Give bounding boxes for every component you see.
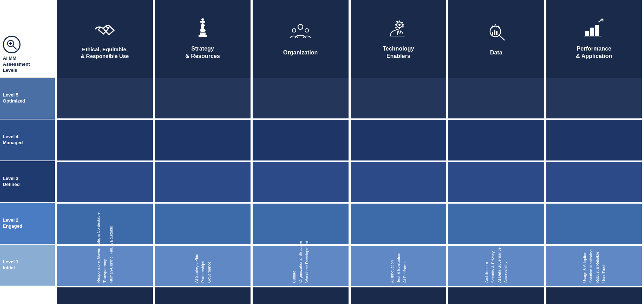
col-title-strategy: Strategy& Resources [185,45,220,60]
col-title-data: Data [490,49,502,57]
items-technology: AI Innovation Test & Evaluation AI Platf… [351,78,447,286]
item-data-1: Architecture [484,262,489,283]
item-ethical-3: Human-Centric, Fair, & Equitable [109,226,113,283]
item-perf-2: Solution Monitoring [589,250,593,283]
svg-rect-24 [395,27,397,29]
items-ethical: Responsible, Governable, & Contestable T… [57,78,153,286]
col-title-ethical: Ethical, Equitable, & Responsible Use [81,46,129,60]
svg-rect-31 [585,31,589,36]
level-label-3: Level 3Defined [3,176,20,188]
item-strategy-1: AI Strategic Plan [194,254,199,283]
column-strategy: Strategy& Resources AI Strategic Plan Pa [153,0,251,304]
col-footer-technology [351,286,447,304]
col-footer-data [448,286,544,304]
col-footer-ethical [57,286,153,304]
sidebar-header: AI MM Assessment Levels [0,0,55,78]
svg-point-12 [201,18,204,21]
level-row-1: Level 1Initial [0,245,55,286]
logo-icon [3,36,21,53]
column-organization: Organization Culture Organizational Stru [251,0,349,304]
col-content-strategy: AI Strategic Plan Partnerships Governanc… [155,78,251,286]
item-org-3: Workforce Development [305,241,309,283]
item-ethical-1: Responsible, Governable, & Contestable [96,212,100,283]
items-data: Architecture Security & Privacy AI Data … [448,78,544,286]
col-header-performance: Performance& Application [546,0,642,78]
strategy-icon [192,18,213,42]
item-org-1: Culture [292,270,296,283]
item-perf-4: User Trust [602,265,606,283]
svg-rect-33 [595,25,599,36]
col-header-organization: Organization [253,0,349,78]
svg-line-1 [13,46,16,49]
item-org-2: Organizational Structure [298,241,303,283]
svg-point-17 [398,24,401,26]
col-content-performance: Usage & Adoption Solution Monitoring Rob… [546,78,642,286]
col-footer-strategy [155,286,251,304]
col-footer-organization [253,286,349,304]
svg-point-14 [292,29,296,32]
item-tech-2: Test & Evaluation [396,253,401,283]
col-title-performance: Performance& Application [576,45,612,60]
sidebar-footer [0,286,55,304]
item-perf-3: Robust & Reliable [595,252,599,283]
col-title-technology: TechnologyEnablers [383,45,414,60]
items-performance: Usage & Adoption Solution Monitoring Rob… [546,78,642,286]
column-ethical: Ethical, Equitable, & Responsible Use Re… [55,0,153,304]
svg-rect-4 [199,35,207,37]
item-strategy-2: Partnerships [201,261,205,283]
svg-rect-28 [492,32,493,35]
svg-rect-21 [402,24,404,25]
col-header-data: Data [448,0,544,78]
technology-icon [387,18,410,42]
svg-rect-32 [590,28,594,36]
col-title-organization: Organization [283,49,318,57]
performance-icon [582,18,605,42]
item-tech-1: AI Innovation [390,260,394,283]
svg-rect-23 [401,22,403,24]
svg-point-13 [298,24,303,29]
level-rows: Level 5Optimized Level 4Managed Level 3D… [0,78,55,286]
level-row-3: Level 3Defined [0,161,55,203]
data-icon [485,22,508,46]
item-strategy-3: Governance [207,262,211,283]
column-performance: Performance& Application Usage & Adoptio… [544,0,644,304]
col-content-organization: Culture Organizational Structure Workfor… [253,78,349,286]
svg-point-15 [305,29,309,32]
item-data-3: AI Data Governance [497,247,501,283]
level-label-2: Level 2Engaged [3,217,22,229]
level-row-5: Level 5Optimized [0,78,55,119]
items-organization: Culture Organizational Structure Workfor… [253,78,349,286]
columns-area: Ethical, Equitable, & Responsible Use Re… [55,0,644,304]
item-tech-3: AI Platforms [403,262,407,283]
item-ethical-2: Transparency [103,259,107,283]
col-content-ethical: Responsible, Governable, & Contestable T… [57,78,153,286]
main-container: AI MM Assessment Levels Level 5Optimized… [0,0,644,304]
level-row-2: Level 2Engaged [0,203,55,245]
svg-rect-29 [494,30,495,35]
item-data-4: Accessibility [504,262,508,283]
col-header-strategy: Strategy& Resources [155,0,251,78]
col-header-ethical: Ethical, Equitable, & Responsible Use [57,0,153,78]
col-footer-performance [546,286,642,304]
svg-rect-30 [496,31,498,35]
sidebar-title: AI MM Assessment Levels [3,55,30,74]
sidebar: AI MM Assessment Levels Level 5Optimized… [0,0,55,304]
logo-svg [6,39,18,51]
level-label-1: Level 1Initial [3,259,18,271]
items-strategy: AI Strategic Plan Partnerships Governanc… [155,78,251,286]
col-header-technology: TechnologyEnablers [351,0,447,78]
level-label-4: Level 4Managed [3,134,23,146]
col-content-technology: AI Innovation Test & Evaluation AI Platf… [351,78,447,286]
level-row-4: Level 4Managed [0,119,55,161]
svg-line-27 [499,35,504,40]
item-perf-1: Usage & Adoption [582,252,587,283]
column-technology: TechnologyEnablers AI Innovation Test & [349,0,447,304]
svg-rect-20 [395,24,397,25]
item-data-2: Security & Privacy [491,251,495,283]
column-data: Data Architecture Security & Privacy [446,0,544,304]
col-content-data: Architecture Security & Privacy AI Data … [448,78,544,286]
ethical-icon [93,18,116,42]
svg-rect-5 [200,33,206,35]
svg-rect-19 [399,27,400,29]
svg-rect-18 [399,21,400,22]
